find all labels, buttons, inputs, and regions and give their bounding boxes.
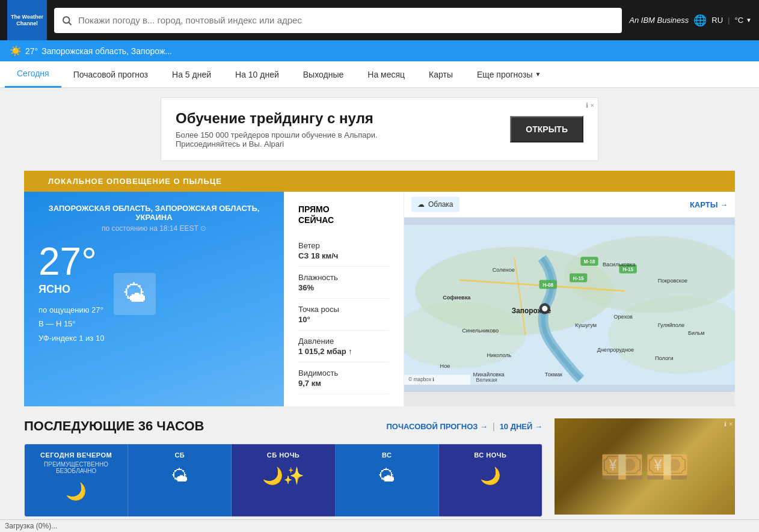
weather-main: 27° ЯСНО по ощущению 27° В — Н 15° УФ-ин… [38,242,269,345]
weather-card: ЗАПОРОЖСКАЯ ОБЛАСТЬ, ЗАПОРОЖСКАЯ ОБЛАСТЬ… [24,192,284,406]
nav-10day[interactable]: На 10 дней [223,61,291,88]
ad-title: Обучение трейдингу с нуля [176,110,440,127]
wind-label: Ветер [298,241,389,250]
svg-text:Гуляйполе: Гуляйполе [658,322,684,328]
hour-label-0: СЕГОДНЯ ВЕЧЕРОМ [29,451,123,459]
nav-5day[interactable]: На 5 дней [160,61,223,88]
conditions-panel: ПРЯМО СЕЙЧАС Ветер СЗ 18 км/ч Влажность … [284,192,404,406]
svg-text:© mapbox  ℹ: © mapbox ℹ [408,377,434,382]
svg-text:Н-08: Н-08 [542,283,553,288]
cloud-icon: ☁ [417,200,425,209]
map-layer-button[interactable]: ☁ Облака [411,197,459,212]
hour-label-2: СБ НОЧЬ [236,451,330,459]
hour-sub-0: ПРЕИМУЩЕСТВЕННО БЕЗОБЛАЧНО [29,461,123,474]
pollen-label: ЛОКАЛЬНОЕ ОПОВЕЩЕНИЕ О ПЫЛЬЦЕ [48,177,222,186]
svg-point-34 [542,306,547,311]
forecast-header: ПОСЛЕДУЮЩИЕ 36 ЧАСОВ ПОЧАСОВОЙ ПРОГНОЗ →… [24,418,542,434]
update-link[interactable]: ⊙ [200,224,206,233]
hour-cell-3: ВС 🌤 [336,444,439,516]
weather-location: ЗАПОРОЖСКАЯ ОБЛАСТЬ, ЗАПОРОЖСКАЯ ОБЛАСТЬ… [38,204,269,222]
hour-icon-4: 🌙 [444,466,537,486]
side-ad: ℹ × 💴💴 [555,418,735,517]
language-selector[interactable]: RU [711,16,723,25]
weather-icon: 🌤 [123,280,147,307]
uv-index: УФ-индекс 1 из 10 [38,331,104,345]
nav-maps[interactable]: Карты [417,61,465,88]
money-image: 💴💴 [600,445,690,488]
nav-month[interactable]: На месяц [355,61,417,88]
nav-hourly[interactable]: Почасовой прогноз [61,61,160,88]
location-temp: 27° [25,46,38,56]
temp-unit-toggle[interactable]: °C ▼ [735,16,752,25]
ad-container: ℹ × Обучение трейдингу с нуля Более 150 … [0,88,759,171]
nav-today[interactable]: Сегодня [5,61,61,88]
10day-forecast-link[interactable]: 10 ДНЕЙ → [500,422,542,431]
low-high: В — Н 15° [38,317,104,331]
hour-label-3: ВС [340,451,434,459]
logo-text: The Weather Channel [10,14,45,27]
location-bar: ☀️ 27° Запорожская область, Запорож... [0,40,759,61]
svg-text:Н-15: Н-15 [573,276,584,281]
hourly-grid: СЕГОДНЯ ВЕЧЕРОМ ПРЕИМУЩЕСТВЕННО БЕЗОБЛАЧ… [24,444,542,517]
map-frame[interactable]: М-18 Н-15 Н-15 Н-08 Софиевка Соленое Вас… [404,218,735,392]
ad-description: Более 150 000 трейдеров прошли обучение … [176,130,440,148]
ibm-label: An IBM Business [629,16,689,25]
svg-text:Софиевка: Софиевка [443,295,471,301]
hour-icon-3: 🌤 [340,466,434,486]
svg-text:Ное: Ное [440,363,450,369]
maps-link[interactable]: КАРТЫ → [690,200,728,209]
weather-condition: ЯСНО [38,283,104,296]
hour-cell-1: СБ 🌤 [128,444,232,516]
weather-details: по ощущению 27° В — Н 15° УФ-индекс 1 из… [38,303,104,345]
search-input[interactable] [78,15,615,25]
pressure-label: Давление [298,337,389,346]
humidity-label: Влажность [298,273,389,282]
nav-weekend[interactable]: Выходные [291,61,355,88]
location-name[interactable]: Запорожская область, Запорож... [41,46,172,56]
dew-label: Точка росы [298,305,389,314]
svg-line-1 [69,22,71,25]
side-ad-image[interactable]: ℹ × 💴💴 [555,418,735,515]
svg-text:Н-15: Н-15 [622,267,633,272]
svg-text:Бильм: Бильм [688,330,705,336]
pressure-row: Давление 1 015,2 мбар ↑ [298,331,389,362]
sun-icon: ☀️ [10,45,22,57]
nav-menu: Сегодня Почасовой прогноз На 5 дней На 1… [0,61,759,88]
wind-value: СЗ 18 км/ч [298,251,389,260]
hour-cell-4: ВС НОЧЬ 🌙 [439,444,542,516]
svg-text:Кушугум: Кушугум [575,322,597,328]
main-content: ЗАПОРОЖСКАЯ ОБЛАСТЬ, ЗАПОРОЖСКАЯ ОБЛАСТЬ… [0,192,759,406]
weather-update-time: по состоянию на 18:14 EEST ⊙ [38,224,269,233]
hour-cell-0: СЕГОДНЯ ВЕЧЕРОМ ПРЕИМУЩЕСТВЕННО БЕЗОБЛАЧ… [25,444,128,516]
svg-text:Днепрорудное: Днепрорудное [597,347,634,353]
pollen-alert[interactable]: ЛОКАЛЬНОЕ ОПОВЕЩЕНИЕ О ПЫЛЬЦЕ [24,171,735,192]
search-area[interactable] [54,8,622,33]
ad-info-icon-2[interactable]: ℹ [724,421,727,427]
visibility-label: Видимость [298,368,389,378]
ad-controls[interactable]: ℹ × [586,102,594,109]
svg-text:Синельниково: Синельниково [462,328,499,334]
svg-text:Покровское: Покровское [658,278,687,284]
globe-icon: 🌐 [693,14,707,27]
search-icon [61,15,72,26]
map-svg: М-18 Н-15 Н-15 Н-08 Софиевка Соленое Вас… [404,218,735,392]
nav-more[interactable]: Еще прогнозы ▼ [465,61,553,88]
chevron-down-icon: ▼ [535,71,541,78]
dew-row: Точка росы 10° [298,299,389,331]
update-time-text: по состоянию на 18:14 EEST [102,224,198,233]
hour-icon-1: 🌤 [133,466,226,486]
svg-text:Великая: Великая [476,377,497,383]
map-layer-label: Облака [428,200,453,209]
hour-label-1: СБ [133,451,226,459]
ad-close-icon[interactable]: × [591,102,594,109]
svg-text:Соленое: Соленое [493,267,515,273]
ad-info-icon[interactable]: ℹ [586,102,588,109]
hourly-forecast-link[interactable]: ПОЧАСОВОЙ ПРОГНОЗ → [386,422,488,431]
visibility-row: Видимость 9,7 км [298,362,389,394]
ad-close-icon-2[interactable]: × [729,421,733,427]
side-ad-controls[interactable]: ℹ × [724,421,733,427]
ad-open-button[interactable]: ОТКРЫТЬ [510,116,583,142]
temp-unit-label: °C [735,16,744,25]
ibm-label-text: An IBM Business [629,16,689,25]
forecast-section: ПОСЛЕДУЮЩИЕ 36 ЧАСОВ ПОЧАСОВОЙ ПРОГНОЗ →… [24,418,542,517]
